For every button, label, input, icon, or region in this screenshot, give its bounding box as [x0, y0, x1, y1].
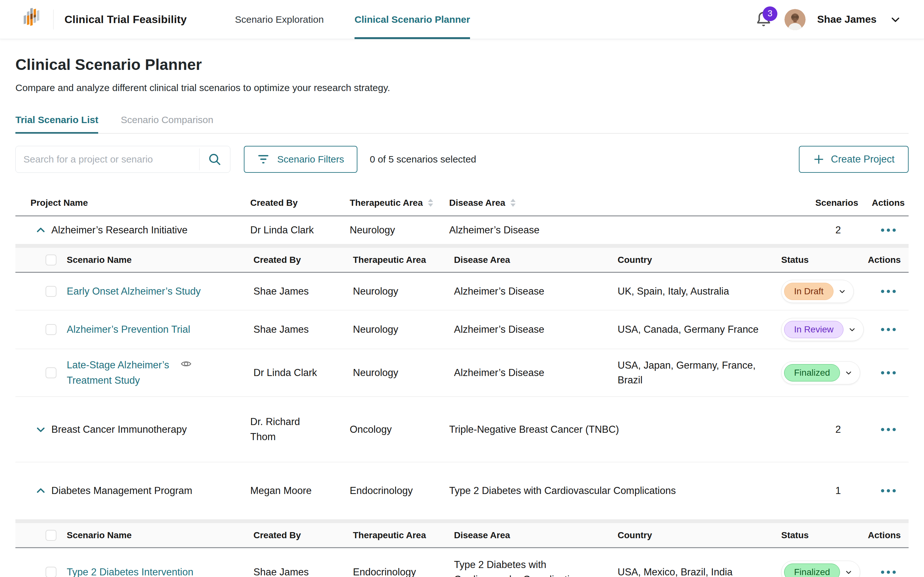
avatar[interactable] [784, 9, 806, 30]
scenario-name-link[interactable]: Late-Stage Alzheimer’s Treatment Study [67, 358, 178, 388]
col-therapeutic-area[interactable]: Therapeutic Area [350, 198, 449, 208]
chevron-down-icon [845, 568, 853, 576]
scenario-row: Early Onset Alzheimer’s Study Shae James… [15, 273, 909, 310]
col-created-by: Created By [254, 530, 353, 540]
status-badge: In Draft [784, 283, 834, 300]
col-scenario-name: Scenario Name [62, 255, 254, 265]
status-dropdown[interactable]: In Review [781, 318, 864, 341]
scenario-name-link[interactable]: Type 2 Diabetes Intervention [67, 566, 194, 577]
section-divider [15, 519, 909, 523]
select-all-checkbox[interactable] [45, 530, 57, 541]
row-checkbox[interactable] [45, 567, 57, 577]
status-dropdown[interactable]: Finalized [781, 561, 860, 577]
scenario-name-link[interactable]: Early Onset Alzheimer’s Study [67, 285, 201, 297]
chevron-down-icon [848, 326, 856, 334]
create-project-label: Create Project [831, 153, 895, 165]
project-name: Alzheimer’s Research Initiative [51, 224, 250, 236]
main-nav: Scenario Exploration Clinical Scenario P… [235, 0, 470, 39]
col-status: Status [781, 530, 868, 540]
plus-icon [813, 153, 825, 165]
chevron-down-icon [838, 287, 846, 295]
chevron-down-icon [845, 369, 853, 377]
scenario-actions-menu[interactable] [868, 371, 909, 374]
notification-badge: 3 [762, 6, 777, 21]
col-country: Country [618, 255, 781, 265]
search-input[interactable] [15, 146, 230, 173]
projects-table-header: Project Name Created By Therapeutic Area… [15, 190, 909, 216]
search-box [15, 146, 230, 173]
project-disease-area: Triple-Negative Breast Cancer (TNBC) [449, 424, 789, 435]
project-therapeutic-area: Oncology [350, 424, 449, 435]
user-name: Shae James [817, 13, 877, 25]
scenario-disease-area: Type 2 Diabetes with Cardiovascular Comp… [454, 558, 592, 577]
header-divider [53, 10, 53, 29]
notifications-button[interactable]: 3 [754, 10, 773, 29]
scenario-filters-button[interactable]: Scenario Filters [244, 146, 357, 173]
col-project-name: Project Name [15, 198, 250, 208]
col-therapeutic-area: Therapeutic Area [353, 255, 454, 265]
scenario-therapeutic-area: Endocrinology [353, 566, 454, 577]
nav-scenario-exploration[interactable]: Scenario Exploration [235, 0, 324, 39]
status-dropdown[interactable]: In Draft [781, 280, 854, 303]
scenario-created-by: Shae James [254, 566, 353, 577]
chevron-up-icon [35, 225, 46, 235]
col-scenarios: Scenarios [789, 198, 868, 208]
scenario-actions-menu[interactable] [868, 290, 909, 293]
project-therapeutic-area: Neurology [350, 224, 449, 236]
project-row: Breast Cancer Immunotherapy Dr. Richard … [15, 397, 909, 462]
project-actions-menu[interactable] [868, 428, 909, 431]
collapse-project-button[interactable] [15, 485, 51, 496]
project-actions-menu[interactable] [868, 489, 909, 492]
status-dropdown[interactable]: Finalized [781, 361, 860, 384]
scenario-actions-menu[interactable] [868, 571, 909, 574]
tab-trial-scenario-list[interactable]: Trial Scenario List [15, 114, 98, 134]
col-disease-area[interactable]: Disease Area [449, 198, 789, 208]
col-actions: Actions [868, 530, 909, 540]
project-therapeutic-area: Endocrinology [350, 485, 449, 496]
col-actions: Actions [868, 255, 909, 265]
row-checkbox[interactable] [45, 324, 57, 335]
scenario-actions-menu[interactable] [868, 328, 909, 331]
create-project-button[interactable]: Create Project [799, 146, 909, 173]
col-created-by: Created By [254, 255, 353, 265]
toolbar: Scenario Filters 0 of 5 scenarios select… [15, 146, 909, 173]
filter-icon [257, 154, 270, 165]
project-created-by: Megan Moore [250, 485, 350, 496]
row-checkbox[interactable] [45, 367, 57, 378]
project-name: Breast Cancer Immunotherapy [51, 424, 250, 435]
collapse-project-button[interactable] [15, 225, 51, 235]
scenario-disease-area: Alzheimer’s Disease [454, 367, 618, 379]
project-row: Alzheimer’s Research Initiative Dr Linda… [15, 216, 909, 244]
scenario-row: Late-Stage Alzheimer’s Treatment Study D… [15, 349, 909, 396]
scenario-therapeutic-area: Neurology [353, 324, 454, 335]
scenario-country: USA, Mexico, Brazil, India [618, 566, 781, 577]
chevron-up-icon [35, 485, 46, 496]
view-icon[interactable] [180, 358, 192, 370]
sort-icon [510, 199, 515, 207]
scenario-name-link[interactable]: Alzheimer’s Prevention Trial [67, 324, 190, 335]
project-scenarios-count: 2 [789, 424, 868, 435]
col-created-by: Created By [250, 198, 350, 208]
scenario-created-by: Dr Linda Clark [254, 367, 353, 379]
page-subtitle: Compare and analyze different clinical t… [15, 82, 909, 93]
chevron-down-icon [35, 424, 46, 435]
project-scenarios-count: 1 [789, 485, 868, 496]
col-scenario-name: Scenario Name [62, 530, 254, 540]
search-icon[interactable] [207, 152, 222, 167]
app-header: Clinical Trial Feasibility Scenario Expl… [0, 0, 924, 39]
user-menu-chevron[interactable] [890, 14, 901, 25]
project-created-by: Dr. Richard Thom [250, 414, 314, 444]
scenario-filters-label: Scenario Filters [277, 154, 344, 165]
nav-clinical-scenario-planner[interactable]: Clinical Scenario Planner [355, 0, 470, 39]
select-all-checkbox[interactable] [45, 255, 57, 266]
status-badge: Finalized [784, 364, 840, 382]
scenario-row: Alzheimer’s Prevention Trial Shae James … [15, 310, 909, 349]
project-actions-menu[interactable] [868, 229, 909, 232]
row-checkbox[interactable] [45, 286, 57, 297]
projects-table: Project Name Created By Therapeutic Area… [15, 190, 909, 577]
expand-project-button[interactable] [15, 424, 51, 435]
section-divider [15, 244, 909, 248]
scenario-disease-area: Alzheimer’s Disease [454, 324, 618, 335]
tab-scenario-comparison[interactable]: Scenario Comparison [121, 114, 213, 134]
search-divider [199, 148, 200, 170]
